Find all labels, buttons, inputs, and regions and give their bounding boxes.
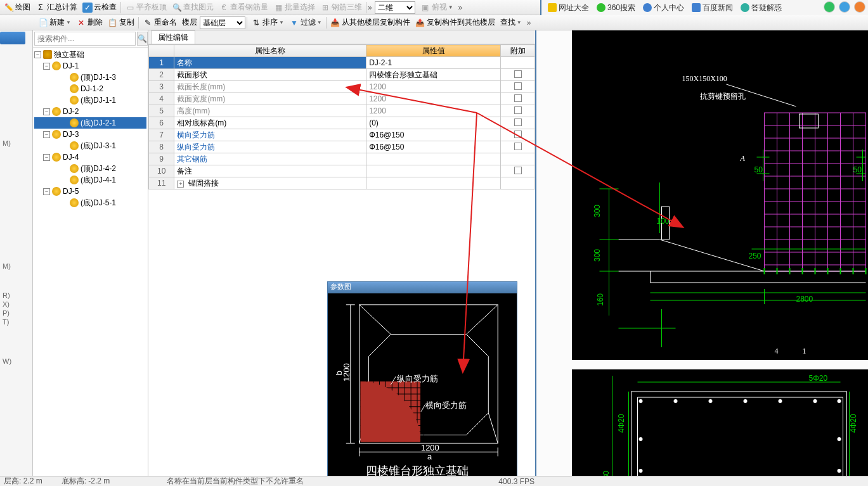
- browser-tab[interactable]: 答疑解惑: [737, 1, 786, 15]
- property-row[interactable]: 5高度(mm)1200: [149, 105, 535, 117]
- browser-tab[interactable]: 个人中心: [639, 1, 688, 15]
- tree-expander[interactable]: −: [43, 63, 50, 70]
- tree-node[interactable]: (底)DJ-3-1: [34, 140, 146, 151]
- property-row[interactable]: 7横向受力筋Φ16@150: [149, 129, 535, 141]
- top-view-button[interactable]: ▣俯视▼: [418, 1, 456, 15]
- flat-top-button[interactable]: ▭平齐板顶: [122, 1, 169, 15]
- svg-text:4Φ20: 4Φ20: [617, 414, 626, 433]
- search-input[interactable]: [34, 32, 136, 46]
- batch-select-button[interactable]: ▦批量选择: [271, 1, 318, 15]
- property-row[interactable]: 4截面宽度(mm)1200: [149, 93, 535, 105]
- param-preview: 参数图 纵向受力筋: [327, 281, 517, 480]
- property-row[interactable]: 1名称DJ-2-1: [149, 57, 535, 69]
- floor-select[interactable]: 基础层: [200, 16, 245, 29]
- tree-expander[interactable]: −: [43, 108, 50, 115]
- tree-node[interactable]: −DJ-1: [34, 60, 146, 72]
- node-icon: [70, 198, 79, 207]
- node-icon: [70, 141, 79, 150]
- node-icon: [43, 50, 52, 59]
- rebar-3d-button[interactable]: ⊞钢筋三维: [318, 1, 365, 15]
- browser-tab[interactable]: 百度新闻: [688, 1, 737, 15]
- extra-checkbox[interactable]: [514, 94, 522, 102]
- left-blue-button[interactable]: [0, 32, 25, 44]
- tree-node[interactable]: −独立基础: [34, 49, 146, 60]
- row-expander[interactable]: +: [177, 181, 184, 188]
- tree-expander[interactable]: −: [43, 188, 50, 195]
- cloud-check-button[interactable]: ✓云检查: [80, 1, 119, 15]
- extra-checkbox[interactable]: [514, 118, 522, 126]
- extra-checkbox[interactable]: [514, 70, 522, 78]
- prop-tab-edit[interactable]: 属性编辑: [151, 30, 195, 44]
- delete-button[interactable]: ✕删除: [74, 16, 105, 30]
- property-row[interactable]: 10备注: [149, 165, 535, 177]
- tree-node[interactable]: (底)DJ-1-1: [34, 94, 146, 106]
- property-row[interactable]: 9其它钢筋: [149, 153, 535, 165]
- rename-button[interactable]: ✎重命名: [140, 16, 179, 30]
- tree-node[interactable]: −DJ-5: [34, 186, 146, 197]
- tree-node[interactable]: (底)DJ-5-1: [34, 197, 146, 208]
- filter-button[interactable]: ▼过滤▼: [287, 16, 325, 30]
- property-row[interactable]: 3截面长度(mm)1200: [149, 81, 535, 93]
- tree-panel: 🔍 −独立基础−DJ-1(顶)DJ-1-3DJ-1-2(底)DJ-1-1−DJ-…: [33, 30, 148, 486]
- node-icon: [52, 61, 61, 70]
- new-button[interactable]: 📄新建▼: [36, 16, 74, 30]
- svg-text:150X150X100: 150X150X100: [682, 74, 727, 83]
- svg-text:300: 300: [593, 249, 602, 262]
- svg-point-114: [779, 399, 782, 403]
- tree-node[interactable]: (底)DJ-2-1: [34, 117, 146, 129]
- tree-expander[interactable]: −: [43, 154, 50, 161]
- quick-icon[interactable]: [854, 1, 865, 13]
- gutter-label: R): [3, 291, 10, 299]
- view-mode-select[interactable]: 二维: [375, 1, 415, 14]
- quick-icon[interactable]: [824, 1, 835, 13]
- copy-from-button[interactable]: 📥从其他楼层复制构件: [328, 16, 413, 30]
- copy-to-button[interactable]: 📤复制构件到其他楼层: [413, 16, 498, 30]
- svg-point-117: [639, 437, 643, 441]
- rebar-qty-button[interactable]: €查看钢筋量: [216, 1, 271, 15]
- property-row[interactable]: 6相对底标高(m)(0): [149, 117, 535, 129]
- extra-checkbox[interactable]: [514, 106, 522, 114]
- property-row[interactable]: 8纵向受力筋Φ16@150: [149, 141, 535, 153]
- quick-icon[interactable]: [839, 1, 850, 13]
- extra-checkbox[interactable]: [514, 167, 522, 174]
- gutter-label: P): [3, 309, 10, 317]
- tree-node[interactable]: (顶)DJ-4-2: [34, 163, 146, 174]
- extra-checkbox[interactable]: [514, 131, 522, 138]
- col-name: 属性名称: [174, 45, 366, 57]
- cad-viewport-1[interactable]: 150X150X100 抗剪键预留孔: [572, 30, 868, 360]
- extra-checkbox[interactable]: [514, 82, 522, 90]
- browser-tab[interactable]: 网址大全: [544, 1, 593, 15]
- browser-tab[interactable]: 360搜索: [593, 1, 639, 15]
- floor-label: 楼层: [179, 16, 200, 30]
- sort-button[interactable]: ⇅排序▼: [249, 16, 287, 30]
- node-icon: [52, 107, 61, 116]
- tree-node[interactable]: −DJ-4: [34, 151, 146, 163]
- sum-button[interactable]: Σ汇总计算: [33, 1, 80, 15]
- view-elem-button[interactable]: 🔍查找图元: [169, 1, 216, 15]
- node-label: (顶)DJ-1-3: [81, 72, 116, 83]
- svg-text:100: 100: [657, 217, 670, 226]
- status-bar: 层高: 2.2 m 底标高: -2.2 m 名称在当前层当前构件类型下不允许重名…: [0, 476, 868, 486]
- tree-expander[interactable]: −: [34, 51, 41, 58]
- extra-checkbox[interactable]: [514, 143, 522, 150]
- tree-node[interactable]: DJ-1-2: [34, 83, 146, 94]
- node-label: DJ-1-2: [81, 84, 103, 93]
- tree-expander[interactable]: −: [43, 131, 50, 138]
- search-button[interactable]: 🔍: [137, 32, 148, 46]
- find-button[interactable]: 查找▼: [498, 16, 524, 30]
- row-header-blank: [149, 45, 174, 57]
- component-tree[interactable]: −独立基础−DJ-1(顶)DJ-1-3DJ-1-2(底)DJ-1-1−DJ-2(…: [33, 48, 148, 486]
- svg-text:1200: 1200: [421, 443, 439, 452]
- property-row[interactable]: 11+ 锚固搭接: [149, 177, 535, 189]
- property-row[interactable]: 2截面形状四棱锥台形独立基础: [149, 69, 535, 81]
- copy-button[interactable]: 📋复制: [105, 16, 137, 30]
- draw-button[interactable]: ✏️绘图: [1, 1, 33, 15]
- tree-node[interactable]: (顶)DJ-1-3: [34, 72, 146, 83]
- tree-node[interactable]: −DJ-2: [34, 106, 146, 117]
- tree-node[interactable]: −DJ-3: [34, 129, 146, 140]
- cad-viewport-2[interactable]: 5Φ20 4Φ20 4Φ20 980: [572, 369, 868, 486]
- node-icon: [70, 84, 79, 93]
- node-label: (底)DJ-3-1: [81, 141, 116, 151]
- tree-node[interactable]: (底)DJ-4-1: [34, 174, 146, 186]
- svg-text:1: 1: [803, 347, 806, 355]
